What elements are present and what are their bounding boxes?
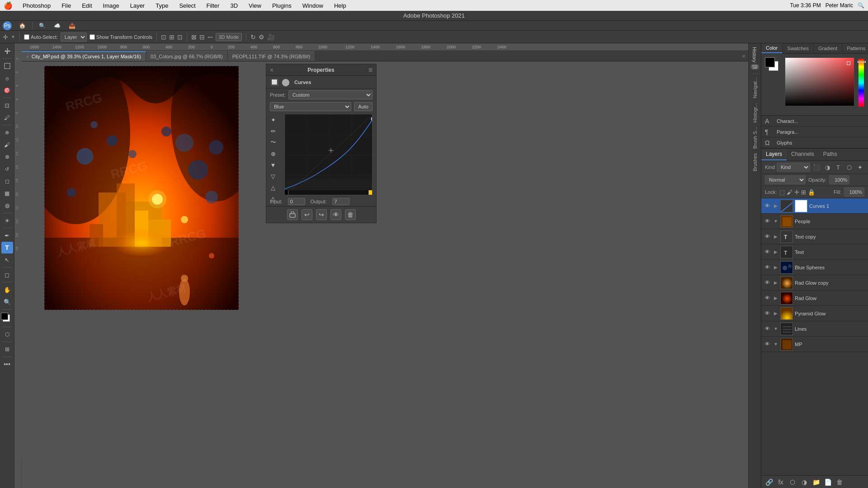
patterns-tab[interactable]: Patterns bbox=[842, 44, 868, 53]
transform-controls-input[interactable] bbox=[90, 34, 95, 40]
add-adjustment-btn[interactable]: ◑ bbox=[799, 477, 809, 487]
blend-mode-select[interactable]: Normal bbox=[765, 175, 806, 184]
channel-select[interactable]: Blue RGB Red Green bbox=[270, 102, 351, 111]
layer-item-mp[interactable]: 👁 ▼ MP bbox=[761, 337, 868, 352]
3d-mode-btn[interactable]: 3D Mode bbox=[216, 33, 242, 41]
brush-tool[interactable]: 🖌 bbox=[1, 139, 13, 150]
layer-kind-select[interactable]: Kind bbox=[777, 163, 810, 172]
layer-expand-mp[interactable]: ▼ bbox=[773, 342, 778, 347]
layer-vis-textcopy[interactable]: 👁 bbox=[763, 233, 771, 241]
rotate-icon[interactable]: ↻ bbox=[250, 33, 256, 41]
delete-layer-btn[interactable]: 🗑 bbox=[835, 477, 844, 487]
menu-3d[interactable]: 3D bbox=[227, 2, 241, 9]
layer-vis-lines[interactable]: 👁 bbox=[763, 325, 771, 333]
tool-options-arrow[interactable]: ▼ bbox=[11, 34, 15, 39]
curves-eyedropper-white[interactable]: △ bbox=[268, 183, 278, 192]
swatches-tab[interactable]: Swatches bbox=[783, 44, 814, 53]
history-brush-tool[interactable]: ↺ bbox=[1, 163, 13, 175]
add-mask-btn[interactable]: ⬡ bbox=[788, 477, 797, 487]
lock-all-icon[interactable]: 🔒 bbox=[808, 189, 815, 196]
filter-shape-btn[interactable]: ⬡ bbox=[844, 163, 854, 172]
zoom-tool[interactable]: 🔍 bbox=[1, 296, 13, 308]
layer-expand-curves1[interactable]: ▶ bbox=[773, 203, 778, 209]
layer-item-pyramidglow[interactable]: 👁 ▶ Pyramid Glow bbox=[761, 306, 868, 321]
properties-menu-btn[interactable]: ≡ bbox=[368, 66, 373, 74]
properties-close-btn[interactable]: × bbox=[270, 66, 274, 74]
layer-expand-text[interactable]: ▶ bbox=[773, 249, 778, 255]
paths-tab[interactable]: Paths bbox=[819, 149, 842, 160]
menu-photoshop[interactable]: Photoshop bbox=[20, 2, 53, 9]
align-left-icon[interactable]: ⊡ bbox=[161, 33, 166, 41]
black-point-slider[interactable] bbox=[285, 190, 288, 195]
screen-mode-toggle[interactable]: ⊞ bbox=[1, 343, 13, 355]
crop-tool[interactable]: ⊡ bbox=[1, 99, 13, 111]
move-tool[interactable] bbox=[1, 45, 13, 57]
layer-expand-radglowcopy[interactable]: ▶ bbox=[773, 280, 778, 286]
fg-color-swatch[interactable] bbox=[765, 57, 775, 67]
white-point-slider[interactable] bbox=[368, 190, 372, 195]
channels-tab[interactable]: Channels bbox=[787, 149, 819, 160]
type-tool[interactable]: T bbox=[1, 242, 13, 253]
distribute-icon[interactable]: ⊠ bbox=[191, 33, 197, 41]
more-options[interactable]: ••• bbox=[208, 34, 213, 40]
preset-select[interactable]: Custom bbox=[288, 90, 373, 99]
lock-artboard-icon[interactable]: ⊞ bbox=[801, 189, 806, 196]
gradient-tab[interactable]: Gradient bbox=[814, 44, 842, 53]
layer-item-text[interactable]: 👁 ▶ T Text bbox=[761, 244, 868, 260]
layer-item-people[interactable]: 👁 ▼ People bbox=[761, 214, 868, 229]
color-tab[interactable]: Color bbox=[761, 43, 783, 53]
delete-adjustment-btn[interactable]: 🗑 bbox=[345, 209, 356, 220]
search-icon[interactable]: 🔍 bbox=[858, 2, 864, 9]
lasso-tool[interactable]: ⌾ bbox=[1, 72, 13, 84]
path-selection-tool[interactable]: ↖ bbox=[1, 254, 13, 266]
hand-tool[interactable]: ✋ bbox=[1, 284, 13, 296]
apple-menu[interactable]: 🍎 bbox=[4, 1, 13, 10]
distribute2-icon[interactable]: ⊟ bbox=[199, 33, 205, 41]
layer-vis-radglowcopy[interactable]: 👁 bbox=[763, 279, 771, 287]
blur-tool[interactable]: ◍ bbox=[1, 200, 13, 211]
menu-filter[interactable]: Filter bbox=[204, 2, 222, 9]
color-picker-area[interactable] bbox=[785, 57, 854, 112]
menu-type[interactable]: Type bbox=[153, 2, 171, 9]
lock-transparent-icon[interactable]: ⬚ bbox=[779, 189, 785, 196]
brush-size-panel-tab[interactable]: Brush S... bbox=[751, 125, 759, 150]
quick-mask-toggle[interactable]: ⬡ bbox=[1, 328, 13, 340]
input-value[interactable]: 0 bbox=[288, 198, 305, 205]
layer-vis-pyramidglow[interactable]: 👁 bbox=[763, 310, 771, 318]
brushes-panel-tab[interactable]: Brushes bbox=[751, 151, 759, 173]
opacity-input[interactable] bbox=[829, 175, 849, 184]
auto-button[interactable]: Auto bbox=[354, 102, 373, 111]
curves-on-image-tool[interactable]: ⊕ bbox=[268, 149, 278, 159]
layer-item-radglowcopy[interactable]: 👁 ▶ Rad Glow copy bbox=[761, 275, 868, 291]
character-panel-row[interactable]: A Charact... bbox=[761, 116, 868, 127]
filter-pixel-btn[interactable]: ⬛ bbox=[812, 163, 821, 172]
tab-people[interactable]: PEOPL111.TIF @ 74.3% (RGB/8#) bbox=[228, 51, 316, 61]
eraser-tool[interactable]: ◻ bbox=[1, 175, 13, 187]
hue-indicator[interactable] bbox=[858, 61, 866, 63]
curves-graph[interactable] bbox=[284, 114, 373, 195]
align-center-h-icon[interactable]: ⊞ bbox=[169, 33, 175, 41]
curves-eyedropper-gray[interactable]: ▽ bbox=[268, 171, 278, 181]
auto-select-checkbox[interactable]: Auto-Select: bbox=[24, 34, 58, 40]
nav-share[interactable]: 📤 bbox=[65, 22, 79, 30]
nav-cloud[interactable]: ☁️ bbox=[50, 22, 64, 30]
layer-vis-text[interactable]: 👁 bbox=[763, 248, 771, 256]
layer-vis-bluespheres[interactable]: 👁 bbox=[763, 263, 771, 272]
panel-collapse-icon[interactable]: « bbox=[739, 51, 748, 61]
layer-expand-people[interactable]: ▼ bbox=[773, 219, 778, 224]
menu-edit[interactable]: Edit bbox=[79, 2, 94, 9]
clip-to-layer-btn[interactable] bbox=[287, 209, 298, 220]
tab-colors[interactable]: 03_Colors.jpg @ 66.7% (RGB/8) bbox=[146, 51, 228, 61]
menu-window[interactable]: Window bbox=[300, 2, 326, 9]
visibility-btn[interactable]: 👁 bbox=[330, 209, 341, 220]
add-link-btn[interactable]: 🔗 bbox=[764, 477, 774, 487]
undo-btn[interactable]: ↩ bbox=[302, 209, 312, 220]
layer-item-textcopy[interactable]: 👁 ▶ T Text copy bbox=[761, 229, 868, 244]
history-panel-tab[interactable]: 85 History bbox=[750, 45, 760, 71]
menu-plugins[interactable]: Plugins bbox=[269, 2, 294, 9]
menu-view[interactable]: View bbox=[246, 2, 264, 9]
gradient-tool[interactable]: ▦ bbox=[1, 188, 13, 199]
layer-expand-lines[interactable]: ▼ bbox=[773, 326, 778, 332]
add-group-btn[interactable]: 📁 bbox=[811, 477, 821, 487]
add-fx-btn[interactable]: fx bbox=[776, 477, 786, 487]
